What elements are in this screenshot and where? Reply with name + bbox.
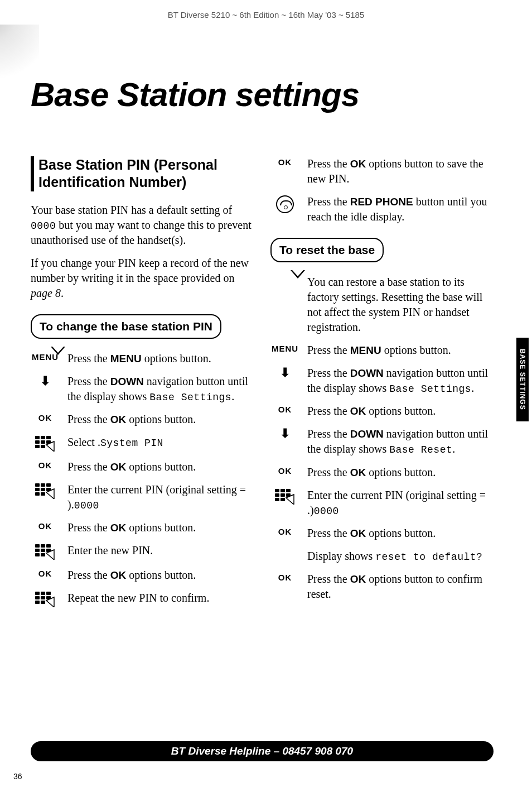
callout-label: To reset the base [270, 238, 384, 262]
svg-rect-31 [41, 601, 45, 604]
keypad-icon [35, 436, 55, 452]
bold-key: RED PHONE [350, 196, 413, 208]
svg-rect-6 [35, 445, 40, 448]
steps-reset-base: You can restore a base station to its fa… [270, 275, 494, 602]
svg-rect-32 [275, 489, 279, 492]
step-row: OKPress the OK options button. [270, 404, 494, 419]
step-icon [270, 194, 299, 213]
step-row: MENUPress the MENU options button. [270, 343, 494, 358]
keypad-icon [35, 592, 55, 607]
step-icon [31, 435, 60, 452]
text: Press the [307, 405, 350, 417]
svg-rect-11 [35, 488, 40, 491]
step-icon [270, 549, 299, 550]
text: .) [307, 504, 314, 516]
side-tab: BASE SETTINGS [516, 338, 529, 421]
text: Press the [67, 460, 110, 473]
svg-rect-27 [35, 596, 40, 599]
svg-rect-12 [41, 488, 45, 491]
step-row: ⬇Press the DOWN navigation button until … [270, 366, 494, 396]
text: . [452, 443, 455, 455]
text: Enter the current PIN (original setting … [67, 483, 246, 496]
svg-rect-18 [46, 544, 51, 548]
step-row: Enter the current PIN (original setting … [31, 482, 254, 512]
svg-rect-2 [46, 436, 51, 439]
svg-rect-34 [286, 489, 291, 492]
ok-icon: OK [38, 569, 52, 578]
svg-rect-28 [41, 596, 45, 599]
step-text: Press the DOWN navigation button until t… [307, 426, 494, 457]
step-text: Press the RED PHONE button until you rea… [307, 194, 494, 224]
reset-intro-row: You can restore a base station to its fa… [270, 275, 494, 335]
lcd-text: Base Settings [149, 392, 231, 403]
ok-icon: OK [278, 157, 292, 167]
step-text: Press the OK options button. [67, 459, 254, 474]
svg-rect-1 [41, 436, 45, 439]
text: Display shows [307, 550, 375, 562]
step-row: Select .System PIN [31, 435, 254, 452]
callout-label: To change the base station PIN [31, 314, 221, 339]
step-icon [31, 591, 60, 607]
text: Enter the current PIN (original setting … [307, 489, 486, 501]
step-text: Press the OK options button to save the … [307, 156, 494, 186]
step-text: Press the OK options button. [67, 520, 254, 535]
svg-rect-20 [41, 549, 45, 552]
text: ). [67, 498, 74, 511]
text: options button. [142, 352, 211, 364]
step-text: Press the MENU options button. [307, 343, 494, 358]
svg-rect-16 [35, 544, 40, 548]
step-row: OKPress the OK options button. [31, 459, 254, 474]
lcd-text: reset to default? [375, 551, 482, 563]
ok-icon: OK [38, 460, 52, 470]
step-icon: OK [31, 412, 60, 423]
header-line: BT Diverse 5210 ~ 6th Edition ~ 16th May… [0, 10, 532, 20]
bold-key: OK [350, 467, 366, 478]
svg-rect-24 [35, 592, 40, 595]
step-text: Press the OK options button. [307, 526, 494, 541]
text: Press the [67, 352, 110, 364]
lcd-text: System PIN [100, 438, 163, 449]
text: options button. [126, 413, 196, 425]
step-text: Press the OK options button. [67, 412, 254, 427]
text: Select [67, 436, 98, 448]
bold-key: OK [110, 461, 127, 473]
text: Enter the new PIN. [67, 544, 153, 556]
svg-rect-3 [35, 440, 40, 444]
step-row: OKPress the OK options button. [31, 520, 254, 535]
svg-rect-17 [41, 544, 45, 548]
step-text: Press the MENU options button. [67, 351, 254, 366]
step-text: Enter the current PIN (original setting … [67, 482, 254, 512]
red-phone-icon [276, 195, 294, 213]
text: Press the [307, 428, 350, 440]
step-row: OKPress the OK options button. [270, 465, 494, 480]
columns: Base Station PIN (Personal Identificatio… [31, 156, 494, 615]
lcd-text: Base Reset [389, 444, 452, 455]
step-icon: OK [31, 568, 60, 578]
ok-icon: OK [278, 573, 292, 582]
step-text: Press the DOWN navigation button until t… [307, 366, 494, 396]
step-row: OKPress the OK options button. [31, 412, 254, 427]
step-icon: MENU [270, 343, 299, 353]
svg-rect-19 [35, 549, 40, 552]
step-text: Press the OK options button. [307, 404, 494, 419]
step-row: Press the RED PHONE button until you rea… [270, 194, 494, 224]
text: options button. [126, 569, 196, 581]
text: Press the [67, 521, 110, 534]
step-icon [270, 488, 299, 505]
text: Press the [307, 367, 350, 379]
step-row: OKPress the OK options button. [270, 526, 494, 541]
step-text: Press the DOWN navigation button until t… [67, 374, 254, 404]
text: Press the [67, 413, 110, 425]
text: options button. [381, 344, 451, 356]
step-icon: OK [270, 404, 299, 414]
bold-key: DOWN [350, 367, 384, 379]
section-heading-pin: Base Station PIN (Personal Identificatio… [31, 156, 254, 191]
arrow-down-icon: ⬇ [280, 367, 291, 379]
svg-rect-4 [41, 440, 45, 444]
lcd-text: 0000 [31, 220, 56, 232]
text: Repeat the new PIN to confirm. [67, 592, 209, 604]
arrow-down-icon: ⬇ [280, 428, 291, 440]
text: options button. [366, 405, 436, 417]
bold-key: OK [350, 405, 366, 417]
footer-helpline: BT Diverse Helpline – 08457 908 070 [31, 741, 494, 761]
